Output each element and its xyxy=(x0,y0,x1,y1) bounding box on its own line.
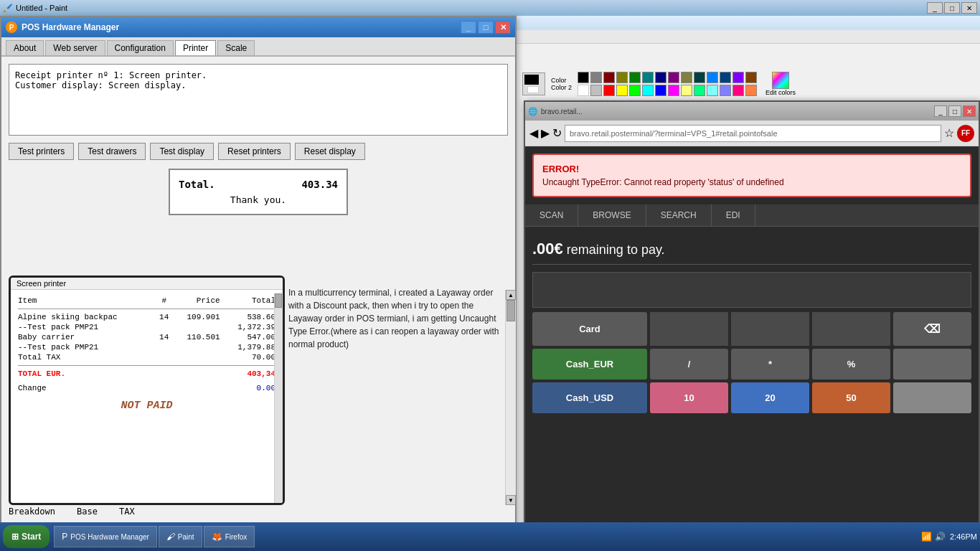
swatch-salmon[interactable] xyxy=(745,85,757,96)
pos-close-btn[interactable]: ✕ xyxy=(495,21,511,34)
table-divider-row-2 xyxy=(17,362,277,369)
pos-tab-scale[interactable]: Scale xyxy=(217,40,255,55)
swatch-brown[interactable] xyxy=(745,72,757,83)
swatch-white[interactable] xyxy=(578,85,589,96)
swatch-maroon[interactable] xyxy=(603,72,615,83)
swatch-gray[interactable] xyxy=(590,72,602,83)
paint-title: Untitled - Paint xyxy=(16,4,67,12)
cash-usd-btn[interactable]: Cash_USD xyxy=(532,382,647,413)
multiply-btn[interactable]: * xyxy=(731,349,809,380)
swatch-teal[interactable] xyxy=(642,72,654,83)
pos-maximize-btn[interactable]: □ xyxy=(478,21,494,34)
pos-nav-edi[interactable]: EDI xyxy=(712,204,755,226)
paint-maximize-btn[interactable]: □ xyxy=(944,2,960,14)
customer-display: Total. 403.34 Thank you. xyxy=(169,169,348,215)
pos-terminal-window-btns[interactable]: _ □ ✕ xyxy=(934,105,976,117)
taskbar-item-paint[interactable]: 🖌 Paint xyxy=(159,526,202,547)
pos-nav-browse[interactable]: BROWSE xyxy=(578,204,646,226)
pos-nav-search[interactable]: SEARCH xyxy=(646,204,712,226)
swatch-red[interactable] xyxy=(603,85,615,96)
pos-terminal-favicon: 🌐 xyxy=(528,107,538,116)
gray-btn-2[interactable] xyxy=(893,382,971,413)
total-eur-row: TOTAL EUR. 403,34 xyxy=(17,369,277,379)
browser-url-input[interactable] xyxy=(565,125,941,142)
num-50-btn[interactable]: 50 xyxy=(812,382,890,413)
pos-vertical-scrollbar[interactable]: ▲ ▼ xyxy=(505,290,515,505)
base-label: Base xyxy=(77,507,98,517)
swatch-darkteal[interactable] xyxy=(694,72,705,83)
swatch-magenta[interactable] xyxy=(668,85,679,96)
pos-terminal-maximize-btn[interactable]: □ xyxy=(948,105,961,117)
swatch-darkblue[interactable] xyxy=(720,72,731,83)
item-price: 109.901 xyxy=(172,312,221,322)
swatch-darkolive[interactable] xyxy=(681,72,692,83)
swatch-lime[interactable] xyxy=(629,85,641,96)
refresh-btn[interactable]: ↻ xyxy=(552,126,562,140)
pos-scroll-up-btn[interactable]: ▲ xyxy=(506,290,516,300)
system-clock: 2:46PM xyxy=(950,532,977,541)
scroll-thumb[interactable] xyxy=(275,293,282,308)
paint-titlebar-buttons[interactable]: _ □ ✕ xyxy=(927,2,977,14)
payment-input-area[interactable] xyxy=(532,272,971,308)
taskbar-item-pos[interactable]: P POS Hardware Manager xyxy=(54,526,157,547)
num-10-btn[interactable]: 10 xyxy=(650,382,728,413)
swatch-lightcyan[interactable] xyxy=(707,85,718,96)
swatch-blue[interactable] xyxy=(707,72,718,83)
edit-colors-button[interactable]: Edit colors xyxy=(765,72,796,96)
test-display-btn[interactable]: Test display xyxy=(150,143,214,160)
swatch-cyan[interactable] xyxy=(642,85,654,96)
color2-box[interactable] xyxy=(527,86,539,93)
swatch-yellow[interactable] xyxy=(616,85,628,96)
payment-blank-1 xyxy=(650,312,728,346)
taskbar-item-ff[interactable]: 🦊 Firefox xyxy=(204,526,255,547)
percent-btn[interactable]: % xyxy=(812,349,890,380)
pos-terminal-close-btn[interactable]: ✕ xyxy=(963,105,976,117)
card-payment-btn[interactable]: Card xyxy=(532,312,647,346)
swatch-black[interactable] xyxy=(578,72,589,83)
test-printers-btn[interactable]: Test printers xyxy=(9,143,74,160)
swatch-blue2[interactable] xyxy=(655,85,666,96)
reset-display-btn[interactable]: Reset display xyxy=(295,143,365,160)
color1-box[interactable] xyxy=(524,75,539,85)
swatch-lightyellow[interactable] xyxy=(681,85,692,96)
divide-btn[interactable]: / xyxy=(650,349,728,380)
pos-tab-printer[interactable]: Printer xyxy=(175,40,216,55)
scroll-area[interactable] xyxy=(274,293,283,505)
swatch-silver[interactable] xyxy=(590,85,602,96)
swatch-hotpink[interactable] xyxy=(732,85,744,96)
swatch-springgreen[interactable] xyxy=(694,85,705,96)
pos-window-buttons[interactable]: _ □ ✕ xyxy=(461,21,511,34)
pos-terminal-title-text: bravo.retail... xyxy=(541,108,583,116)
pos-tab-configuration[interactable]: Configuration xyxy=(107,40,174,55)
browser-logo: FF xyxy=(957,125,974,142)
pos-terminal-minimize-btn[interactable]: _ xyxy=(934,105,947,117)
pos-tab-about[interactable]: About xyxy=(6,40,44,55)
test-drawers-btn[interactable]: Test drawers xyxy=(78,143,146,160)
gray-btn-1[interactable] xyxy=(893,349,971,380)
payment-blank-2 xyxy=(731,312,809,346)
change-label: Change xyxy=(17,383,222,393)
pos-scroll-down-btn[interactable]: ▼ xyxy=(506,495,516,505)
bookmark-icon[interactable]: ☆ xyxy=(944,126,954,140)
swatch-green[interactable] xyxy=(629,72,641,83)
paint-minimize-btn[interactable]: _ xyxy=(927,2,943,14)
reset-printers-btn[interactable]: Reset printers xyxy=(218,143,291,160)
receipt-divider xyxy=(18,309,275,309)
swatch-lightblue[interactable] xyxy=(720,85,731,96)
swatch-violet[interactable] xyxy=(732,72,744,83)
back-btn[interactable]: ◀ xyxy=(529,126,538,140)
paint-close-btn[interactable]: ✕ xyxy=(961,2,977,14)
pos-minimize-btn[interactable]: _ xyxy=(461,21,476,34)
swatch-purple[interactable] xyxy=(668,72,679,83)
start-button[interactable]: ⊞ Start xyxy=(3,525,50,548)
pos-nav-scan[interactable]: SCAN xyxy=(525,204,578,226)
num-20-btn[interactable]: 20 xyxy=(731,382,809,413)
swatch-olive[interactable] xyxy=(616,72,628,83)
swatch-navy[interactable] xyxy=(655,72,666,83)
pos-tab-webserver[interactable]: Web server xyxy=(45,40,105,55)
forward-btn[interactable]: ▶ xyxy=(541,126,550,140)
pos-scroll-thumb[interactable] xyxy=(507,300,515,321)
backspace-btn[interactable]: ⌫ xyxy=(893,312,971,346)
cash-eur-btn[interactable]: Cash_EUR xyxy=(532,349,647,380)
taskbar-ff-label: Firefox xyxy=(225,533,248,541)
